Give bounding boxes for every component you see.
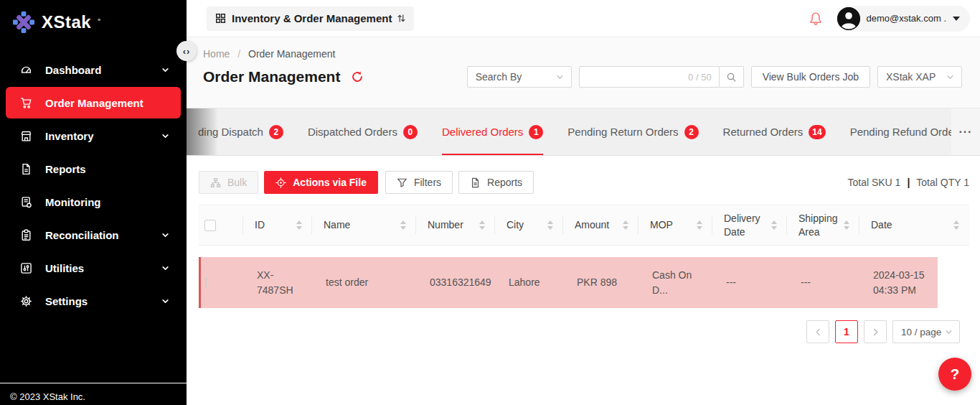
header-label: MOP <box>650 218 673 231</box>
cell-delivery-date: --- <box>715 275 789 290</box>
more-tabs-button[interactable]: ··· <box>951 108 980 155</box>
sort-control[interactable] <box>838 220 849 230</box>
header-label: Name <box>324 218 350 231</box>
sidebar-item-label: Monitoring <box>45 196 100 208</box>
search-input[interactable]: 0 / 50 <box>579 66 720 88</box>
gear-icon <box>20 295 32 307</box>
chevron-down-icon <box>946 73 954 81</box>
tab-count-badge: 14 <box>809 125 825 139</box>
chevron-left-icon <box>815 328 821 336</box>
bulk-button[interactable]: Bulk <box>199 171 258 194</box>
actions-via-file-button[interactable]: Actions via File <box>264 171 378 194</box>
tab-pending-dispatch[interactable]: ding Dispatch 2 <box>198 108 283 155</box>
page-size-label: 10 / page <box>901 327 941 338</box>
tab-label: Dispatched Orders <box>308 126 397 138</box>
monitor-icon <box>20 196 32 208</box>
search-group: 0 / 50 <box>579 66 744 88</box>
row-checkbox[interactable] <box>205 276 207 289</box>
header-city: City <box>495 205 563 245</box>
dashboard-icon <box>20 64 32 76</box>
actions-row: Bulk Actions via File Fil <box>199 171 969 194</box>
search-by-select[interactable]: Search By <box>467 66 572 88</box>
topbar: Inventory & Order Management <box>187 0 980 37</box>
tab-label: Pending Return Orders <box>567 126 678 138</box>
title-row: Order Management Search By 0 / 50 <box>203 66 962 88</box>
tab-label: Delivered Orders <box>442 126 523 138</box>
view-bulk-orders-label: View Bulk Orders Job <box>763 71 859 83</box>
trademark-dot: ˚ <box>98 17 100 28</box>
sidebar-item-dashboard[interactable]: Dashboard <box>6 54 181 85</box>
next-page-button[interactable] <box>864 320 887 343</box>
tab-pending-refund-orders[interactable]: Pending Refund Orders 1 <box>850 108 951 155</box>
sidebar-item-reconciliation[interactable]: Reconciliation <box>6 219 181 251</box>
sidebar: XStak˚ Dashboard Order Management <box>0 0 187 405</box>
caret-down-icon <box>953 17 960 21</box>
sidebar-item-label: Utilities <box>45 262 84 274</box>
content-body: Bulk Actions via File Fil <box>187 156 980 405</box>
actions-via-file-label: Actions via File <box>293 177 367 188</box>
tab-dispatched-orders[interactable]: Dispatched Orders 0 <box>308 108 418 155</box>
table-row[interactable]: XX-7487SH test order 03316321649 Lahore … <box>199 257 938 308</box>
page-1-button[interactable]: 1 <box>835 320 858 343</box>
select-all-checkbox[interactable] <box>204 220 216 231</box>
sidebar-collapse-toggle[interactable]: ‹› <box>176 41 197 61</box>
cell-shipping-area: --- <box>789 275 862 290</box>
sidebar-item-utilities[interactable]: Utilities <box>6 252 181 284</box>
table-header-row: ID Name Number City <box>199 205 969 246</box>
page-header: Home / Order Management Order Management… <box>187 37 980 108</box>
help-button[interactable]: ? <box>938 358 971 391</box>
tab-count-badge: 0 <box>403 125 418 139</box>
sort-control[interactable] <box>691 220 702 230</box>
search-icon <box>726 72 737 83</box>
page-size-select[interactable]: 10 / page <box>892 320 960 343</box>
page-title: Order Management <box>203 68 340 85</box>
xap-select[interactable]: XStak XAP <box>877 66 962 88</box>
breadcrumb-home[interactable]: Home <box>203 48 230 60</box>
sidebar-item-settings[interactable]: Settings <box>6 285 181 317</box>
sidebar-item-reports[interactable]: Reports <box>6 153 181 185</box>
chevron-down-icon <box>161 297 169 305</box>
previous-page-button[interactable] <box>806 320 829 343</box>
chevron-down-icon <box>161 231 169 239</box>
cell-number: 03316321649 <box>418 275 497 290</box>
reports-button[interactable]: Reports <box>458 171 534 194</box>
app-switcher[interactable]: Inventory & Order Management <box>207 6 414 31</box>
filters-button[interactable]: Filters <box>385 171 453 194</box>
sidebar-item-label: Inventory <box>45 130 94 142</box>
sidebar-item-label: Order Management <box>45 97 143 109</box>
user-menu[interactable]: demo@xstak.com . <box>836 6 970 32</box>
sort-control[interactable] <box>395 220 406 230</box>
brand-logo: XStak˚ <box>0 0 187 48</box>
xstak-logo-icon <box>12 11 35 34</box>
sort-control[interactable] <box>948 220 959 230</box>
clipboard-icon <box>20 229 32 241</box>
view-bulk-orders-button[interactable]: View Bulk Orders Job <box>751 66 870 88</box>
sort-control[interactable] <box>617 220 628 230</box>
refresh-icon[interactable] <box>351 70 364 83</box>
sort-control[interactable] <box>291 220 302 230</box>
user-email: demo@xstak.com . <box>867 13 946 24</box>
cell-name: test order <box>314 275 418 290</box>
sliders-icon <box>20 262 32 274</box>
sidebar-item-order-management[interactable]: Order Management <box>6 87 181 118</box>
breadcrumb: Home / Order Management <box>203 48 962 60</box>
app-switcher-label: Inventory & Order Management <box>232 12 392 24</box>
app-screen: XStak˚ Dashboard Order Management <box>0 0 980 405</box>
search-button[interactable] <box>720 66 744 88</box>
tab-count-badge: 2 <box>269 125 283 139</box>
tab-delivered-orders[interactable]: Delivered Orders 1 <box>442 108 543 155</box>
sidebar-item-monitoring[interactable]: Monitoring <box>6 186 181 218</box>
notification-bell-icon[interactable] <box>809 11 823 26</box>
sort-control[interactable] <box>765 220 777 230</box>
grid-icon <box>215 13 226 24</box>
header-shipping-area: Shipping Area <box>787 205 859 245</box>
cell-amount: PKR 898 <box>565 275 641 290</box>
sort-control[interactable] <box>473 220 485 230</box>
tab-pending-return-orders[interactable]: Pending Return Orders 2 <box>567 108 698 155</box>
row-select-cell <box>201 275 245 290</box>
sort-control[interactable] <box>542 220 553 230</box>
tabs-scroll-area: ding Dispatch 2 Dispatched Orders 0 Deli… <box>187 108 951 155</box>
tab-returned-orders[interactable]: Returned Orders 14 <box>723 108 826 155</box>
sidebar-nav: Dashboard Order Management Inventory <box>0 48 187 383</box>
sidebar-item-inventory[interactable]: Inventory <box>6 120 181 152</box>
